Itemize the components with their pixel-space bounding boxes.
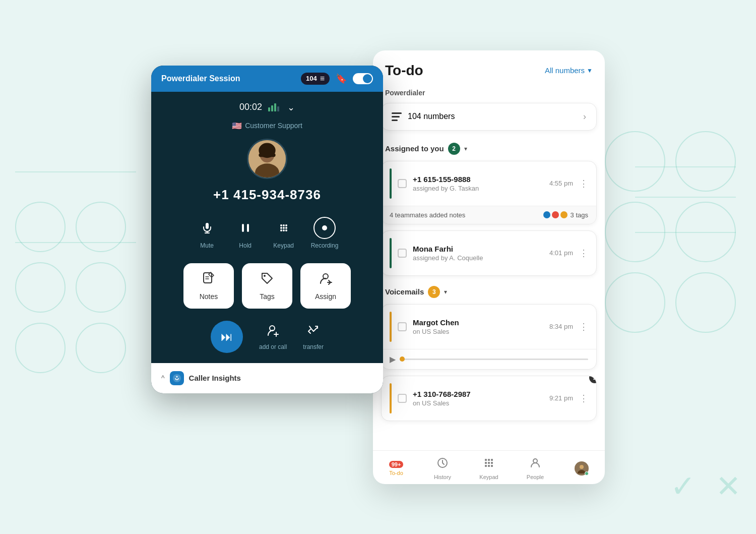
svg-point-11 (283, 224, 285, 226)
hold-button[interactable]: Hold (234, 217, 257, 249)
powerdialer-card[interactable]: 104 numbers › (381, 103, 597, 131)
contact-0-more-button[interactable]: ⋮ (579, 178, 588, 189)
voicemail-0-time: 8:34 pm (549, 323, 573, 330)
tags-label: Tags (260, 292, 275, 301)
signal-bar-2 (271, 105, 273, 111)
powerdialer-title: Powerdialer Session (161, 74, 240, 83)
bg-circle-left-5 (15, 323, 66, 373)
contact-1-status-bar (390, 238, 392, 268)
notes-button[interactable]: Notes (183, 263, 234, 309)
caller-insights-bar[interactable]: ^ Caller Insights (151, 363, 383, 393)
nav-history[interactable]: History (427, 457, 458, 480)
contact-card-0: +1 615-155-9888 assigned by G. Taskan 4:… (381, 161, 597, 224)
card-buttons: Notes Tags (183, 263, 351, 309)
contact-1-info: Mona Farhi assigned by A. Coquelle (413, 245, 543, 262)
voicemail-1-checkbox[interactable] (398, 394, 407, 403)
contact-card-0-main: +1 615-155-9888 assigned by G. Taskan 4:… (382, 161, 596, 206)
svg-point-13 (280, 227, 282, 229)
voicemail-0-status-bar (390, 312, 392, 342)
svg-rect-37 (485, 465, 487, 467)
all-numbers-label: All numbers (545, 66, 585, 75)
assigned-label: Assigned to you (385, 144, 444, 153)
transfer-label: transfer (303, 343, 324, 350)
voicemail-0-checkbox[interactable] (398, 322, 407, 331)
nav-todo[interactable]: 99+ To-do (381, 461, 411, 476)
avatar-placeholder (248, 140, 286, 177)
contact-1-checkbox[interactable] (398, 249, 407, 258)
caller-label: 🇺🇸 Customer Support (232, 121, 302, 131)
recording-button[interactable]: Recording (311, 217, 339, 249)
phone-widget: Powerdialer Session 104 ≡ 🔖 00:02 (151, 66, 383, 393)
voicemails-count-badge: 3 (428, 286, 440, 298)
keypad-icon (273, 217, 295, 239)
bottom-nav: 99+ To-do History (373, 450, 605, 484)
insights-chevron-icon: ^ (161, 374, 165, 382)
svg-point-40 (533, 459, 537, 463)
assign-label: Assign (315, 292, 336, 301)
svg-point-17 (283, 229, 285, 231)
assigned-dropdown-icon[interactable]: ▾ (464, 145, 467, 152)
bg-line-2 (635, 197, 736, 198)
bg-cross: ✕ (716, 468, 741, 504)
svg-point-29 (176, 376, 177, 377)
voicemail-0-play-button[interactable]: ▶ (390, 354, 396, 364)
svg-rect-5 (206, 223, 209, 229)
contact-0-footer: 4 teammates added notes 3 tags (382, 206, 596, 224)
keypad-button[interactable]: Keypad (273, 217, 295, 249)
bg-circle-left-3 (15, 262, 66, 313)
pd-line-3 (392, 120, 398, 121)
todo-nav-badge: 99+ (389, 461, 404, 468)
call-chevron-down[interactable]: ⌄ (287, 102, 295, 113)
todo-header: To-do All numbers ▼ (373, 50, 605, 85)
voicemails-dropdown-icon[interactable]: ▾ (444, 288, 447, 295)
voicemail-0-sub: on US Sales (413, 328, 543, 335)
voicemails-label: Voicemails (385, 287, 424, 296)
contact-0-checkbox[interactable] (398, 179, 407, 188)
transfer-button[interactable]: transfer (303, 323, 324, 350)
voicemail-1-more-button[interactable]: ⋮ (579, 393, 588, 404)
contact-1-more-button[interactable]: ⋮ (579, 248, 588, 259)
voicemail-0-more-button[interactable]: ⋮ (579, 321, 588, 332)
call-action-buttons: Mute Hold (196, 217, 339, 249)
all-numbers-button[interactable]: All numbers ▼ (545, 66, 593, 75)
add-call-button[interactable]: add or call (259, 323, 287, 350)
caller-name: Customer Support (245, 122, 302, 130)
contact-0-time: 4:55 pm (549, 180, 573, 187)
tag-dot-red (552, 211, 559, 218)
people-icon (529, 457, 541, 472)
contact-1-name: Mona Farhi (413, 245, 543, 253)
voicemail-0-player: ▶ (382, 349, 596, 369)
bookmark-icon[interactable]: 🔖 (336, 73, 347, 84)
svg-rect-33 (491, 459, 493, 461)
svg-rect-31 (485, 459, 487, 461)
assign-button[interactable]: Assign (300, 263, 351, 309)
bg-checkmark: ✓ (670, 468, 696, 504)
powerdialer-chevron-right-icon: › (583, 111, 586, 122)
history-icon (436, 457, 449, 472)
flag-icon: 🇺🇸 (232, 121, 242, 131)
mute-button[interactable]: Mute (196, 217, 218, 249)
tags-button[interactable]: Tags (242, 263, 292, 309)
session-toggle[interactable] (353, 73, 373, 84)
bg-line-1 (635, 166, 736, 167)
nav-history-label: History (434, 474, 451, 480)
menu-icon[interactable]: ≡ (320, 74, 325, 83)
next-call-button[interactable]: ⏭ (211, 321, 243, 353)
bg-circle-left-2 (76, 202, 126, 252)
nav-keypad[interactable]: Keypad (474, 457, 504, 480)
nav-profile[interactable] (566, 461, 597, 476)
assigned-header: Assigned to you 2 ▾ (381, 139, 597, 161)
voicemail-1-name: +1 310-768-2987 (413, 390, 543, 398)
hamburger-lines-icon (392, 112, 402, 121)
nav-people[interactable]: People (520, 457, 550, 480)
bg-circle-5 (605, 272, 665, 333)
insights-label: Caller Insights (189, 374, 241, 382)
todo-panel: To-do All numbers ▼ Powerdialer 104 numb… (373, 50, 605, 484)
svg-point-15 (285, 227, 287, 229)
signal-bar-4 (277, 106, 279, 111)
svg-point-18 (285, 229, 287, 231)
voicemail-0-progress-bar[interactable] (400, 359, 588, 360)
all-numbers-chevron-icon: ▼ (587, 67, 593, 74)
call-timer: 00:02 (239, 102, 262, 112)
keypad-label: Keypad (273, 242, 294, 249)
